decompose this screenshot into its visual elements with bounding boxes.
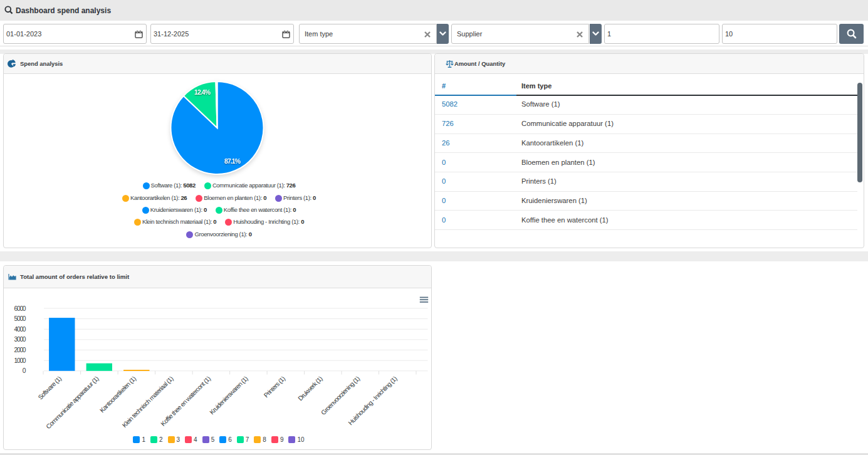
svg-text:Kantoorartikelen (1): Kantoorartikelen (1) (98, 375, 137, 414)
svg-text:Printers (1): Printers (1) (263, 375, 286, 399)
svg-text:0: 0 (23, 367, 26, 374)
svg-text:Groenvoorziening (1): Groenvoorziening (1) (320, 375, 361, 416)
svg-text:6000: 6000 (14, 305, 26, 312)
svg-text:5000: 5000 (14, 315, 26, 322)
svg-text:1000: 1000 (14, 357, 26, 364)
svg-text:Software (1): Software (1) (37, 375, 63, 401)
svg-text:Kruidenierswaren (1): Kruidenierswaren (1) (208, 375, 249, 416)
svg-text:Drukwerk (1): Drukwerk (1) (297, 375, 324, 402)
svg-text:3000: 3000 (14, 336, 26, 343)
svg-text:87.1%: 87.1% (224, 157, 241, 165)
svg-text:2000: 2000 (14, 347, 26, 353)
svg-text:4000: 4000 (14, 326, 26, 333)
svg-text:12.4%: 12.4% (194, 88, 211, 96)
